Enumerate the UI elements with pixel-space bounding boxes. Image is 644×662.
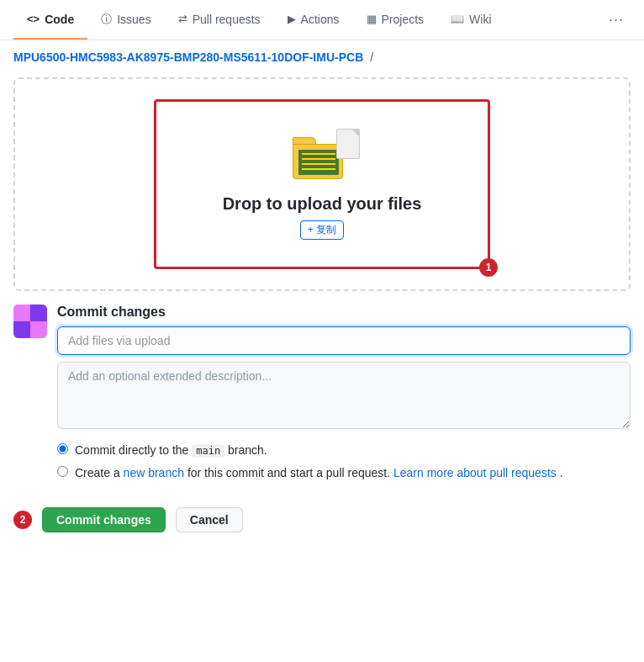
radio-new-suffix: for this commit and start a pull request…: [187, 466, 390, 479]
branch-name-code: main: [192, 444, 224, 458]
radio-direct-option: Commit directly to the main branch.: [57, 442, 631, 459]
radio-section: Commit directly to the main branch. Crea…: [57, 442, 631, 482]
drop-count-badge: 1: [479, 258, 498, 277]
drop-zone-text: Drop to upload your files: [223, 194, 422, 214]
commit-message-input[interactable]: [57, 326, 631, 355]
avatar-pattern: [13, 305, 47, 338]
commit-section: Commit changes Commit directly to the ma…: [13, 305, 631, 487]
radio-direct-text: Commit directly to the: [75, 443, 188, 457]
issues-icon: ⓘ: [101, 12, 112, 27]
wiki-icon: 📖: [451, 13, 464, 25]
avatar-q3: [13, 321, 30, 338]
avatar-q4: [30, 321, 47, 338]
breadcrumb-repo-link[interactable]: MPU6500-HMC5983-AK8975-BMP280-MS5611-10D…: [13, 50, 363, 64]
radio-direct-suffix: branch.: [228, 443, 267, 457]
radio-new-text: Create a: [75, 466, 120, 479]
nav-more-button[interactable]: ···: [602, 4, 631, 35]
radio-direct-input[interactable]: [57, 443, 68, 454]
top-nav: <> Code ⓘ Issues ⇄ Pull requests ▶ Actio…: [0, 0, 644, 40]
avatar: [13, 305, 47, 338]
nav-item-wiki[interactable]: 📖 Wiki: [437, 0, 504, 40]
avatar-q1: [13, 305, 30, 321]
radio-new-branch-input[interactable]: [57, 466, 68, 477]
commit-changes-button[interactable]: Commit changes: [42, 507, 166, 532]
nav-item-projects[interactable]: ▦ Projects: [353, 0, 438, 40]
document-icon: [336, 129, 360, 159]
breadcrumb: MPU6500-HMC5983-AK8975-BMP280-MS5611-10D…: [0, 40, 644, 71]
nav-label-actions: Actions: [301, 13, 340, 26]
nav-item-actions[interactable]: ▶ Actions: [274, 0, 353, 40]
commit-description-textarea[interactable]: [57, 362, 631, 429]
nav-item-pull-requests[interactable]: ⇄ Pull requests: [165, 0, 274, 40]
drop-zone-container[interactable]: Drop to upload your files 复制 1: [13, 77, 631, 291]
nav-item-issues[interactable]: ⓘ Issues: [87, 0, 164, 40]
pull-requests-icon: ⇄: [178, 13, 187, 25]
nav-label-projects: Projects: [382, 13, 425, 26]
commit-form: Commit changes Commit directly to the ma…: [57, 305, 631, 487]
nav-label-pull-requests: Pull requests: [193, 13, 261, 26]
projects-icon: ▦: [367, 13, 377, 25]
avatar-q2: [30, 305, 47, 321]
breadcrumb-separator: /: [370, 50, 373, 64]
nav-label-wiki: Wiki: [469, 13, 491, 26]
actions-icon: ▶: [288, 13, 296, 25]
cancel-button[interactable]: Cancel: [176, 507, 243, 532]
copy-button[interactable]: 复制: [300, 220, 344, 240]
commit-title: Commit changes: [57, 305, 631, 320]
drop-icon-area: [284, 129, 360, 188]
radio-new-branch-option: Create a new branch for this commit and …: [57, 464, 631, 482]
drop-zone-inner[interactable]: Drop to upload your files 复制 1: [154, 99, 490, 269]
code-icon: <>: [27, 13, 40, 25]
nav-label-issues: Issues: [117, 13, 150, 26]
radio-new-branch-label: Create a new branch for this commit and …: [75, 464, 563, 482]
radio-new-after: .: [560, 466, 563, 479]
nav-label-code: Code: [45, 13, 74, 26]
action-bar: 2 Commit changes Cancel: [0, 494, 644, 546]
new-branch-link[interactable]: new branch: [124, 466, 184, 479]
radio-direct-label: Commit directly to the main branch.: [75, 442, 267, 459]
pull-request-learn-more-link[interactable]: Learn more about pull requests: [393, 466, 557, 479]
nav-item-code[interactable]: <> Code: [13, 0, 87, 40]
step-badge: 2: [13, 511, 32, 529]
folder-icon: [293, 137, 343, 179]
